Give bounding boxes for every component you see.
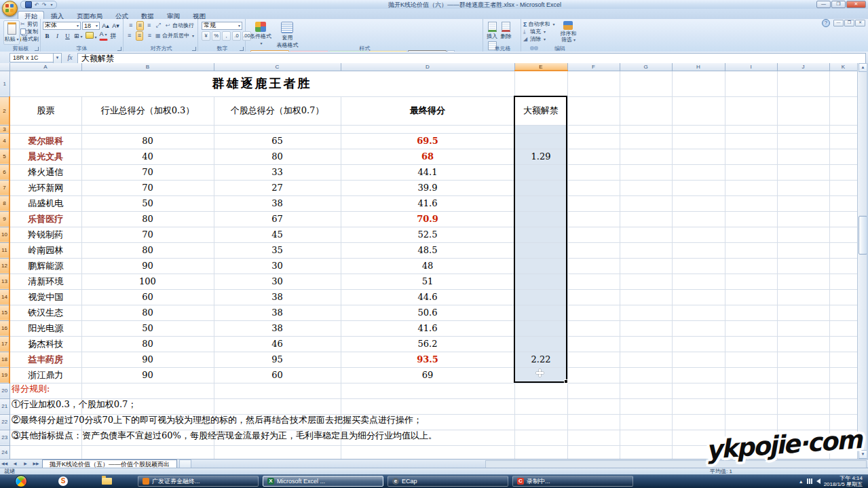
increase-font-icon[interactable]: A▴ [101,21,110,31]
cell[interactable] [672,398,725,414]
cell[interactable]: 70 [81,227,214,242]
cell[interactable] [620,320,672,336]
column-header-A[interactable]: A [10,63,81,71]
cell[interactable]: 清新环境 [10,274,81,289]
cell[interactable] [620,180,672,195]
cell[interactable] [514,180,567,195]
cell[interactable]: 晨光文具 [10,149,81,164]
cell[interactable] [567,180,620,195]
cell[interactable] [620,125,672,133]
cell[interactable]: 68 [341,149,514,164]
cell[interactable] [777,414,829,430]
cell[interactable] [829,289,857,305]
cell[interactable] [514,133,567,149]
cell[interactable]: 45 [214,227,341,242]
cell[interactable] [777,430,829,445]
cell[interactable] [725,336,777,352]
cell[interactable] [672,164,725,180]
column-header-G[interactable]: G [620,63,672,71]
cell[interactable]: 90 [81,367,214,383]
cell[interactable]: 羚锐制药 [10,227,81,242]
cell[interactable] [567,414,620,430]
column-header-H[interactable]: H [672,63,725,71]
cell[interactable]: 90 [81,352,214,367]
cell[interactable] [725,258,777,274]
cell[interactable]: 41.6 [341,195,514,211]
cell[interactable]: 益丰药房 [10,352,81,367]
cell[interactable] [214,398,341,414]
name-box-dropdown-icon[interactable]: ▼ [53,53,62,64]
cell[interactable] [829,242,857,258]
cell[interactable] [81,445,214,459]
row-header[interactable]: 10 [0,227,10,242]
cell[interactable] [620,367,672,383]
close-button[interactable]: ✕ [846,1,866,8]
cell[interactable] [514,336,567,352]
cell[interactable]: 40 [81,149,214,164]
cell[interactable] [672,242,725,258]
cell[interactable] [725,274,777,289]
cell[interactable] [672,133,725,149]
cell[interactable] [567,71,620,96]
cell[interactable] [10,430,81,445]
cell[interactable] [672,367,725,383]
cell[interactable] [620,352,672,367]
cell[interactable] [777,352,829,367]
cell[interactable] [672,195,725,211]
cell[interactable] [214,430,341,445]
cell[interactable] [567,195,620,211]
cell[interactable] [514,195,567,211]
row-header[interactable]: 1 [0,71,10,96]
cell[interactable]: 27 [214,180,341,195]
bold-icon[interactable]: B [43,31,52,41]
cell[interactable] [672,414,725,430]
cell[interactable] [567,320,620,336]
row-header[interactable]: 19 [0,367,10,383]
cell[interactable] [514,71,567,96]
cell[interactable] [829,352,857,367]
cell[interactable]: 35 [214,242,341,258]
row-header[interactable]: 18 [0,352,10,367]
cell[interactable]: 铁汉生态 [10,305,81,320]
align-left-icon[interactable]: ≡ [127,31,134,41]
font-size-select[interactable]: 18▾ [82,22,100,30]
row-header[interactable]: 5 [0,149,10,164]
cell[interactable]: 56.2 [341,336,514,352]
sort-filter-button[interactable]: 排序和筛选▾ [557,20,579,43]
row-header[interactable]: 15 [0,305,10,320]
cell[interactable] [777,96,829,125]
cell[interactable] [672,336,725,352]
cell[interactable]: 51 [341,274,514,289]
align-bottom-icon[interactable]: ≡ [145,21,153,31]
cell[interactable] [620,71,672,96]
cell[interactable]: 阳光电源 [10,320,81,336]
workbook-minimize-button[interactable]: — [833,20,844,26]
cell[interactable]: 69.5 [341,133,514,149]
cell[interactable]: 50 [81,320,214,336]
fill-button[interactable]: ⤓填充▾ [523,28,554,35]
speaker-icon[interactable] [816,478,820,484]
cell[interactable] [777,149,829,164]
cell[interactable] [620,242,672,258]
cell[interactable] [514,430,567,445]
cell[interactable] [514,383,567,398]
cell[interactable]: 鹏辉能源 [10,258,81,274]
formula-input[interactable]: 大额解禁 [77,53,866,64]
cell[interactable] [620,96,672,125]
cell[interactable] [725,71,777,96]
cell[interactable]: 晶盛机电 [10,195,81,211]
cell[interactable] [672,258,725,274]
cell[interactable] [81,430,214,445]
cell[interactable]: 行业总得分（加权0.3） [81,96,214,125]
next-sheet-icon[interactable]: ▶ [21,459,30,468]
cut-button[interactable]: ✂剪切 [20,20,39,28]
cell[interactable]: 48 [341,258,514,274]
cell[interactable] [725,227,777,242]
cell[interactable] [214,383,341,398]
cell[interactable] [829,96,857,125]
cell[interactable] [829,305,857,320]
cell[interactable]: 33 [214,164,341,180]
cell[interactable] [777,367,829,383]
save-icon[interactable] [25,1,32,8]
cell[interactable] [725,289,777,305]
